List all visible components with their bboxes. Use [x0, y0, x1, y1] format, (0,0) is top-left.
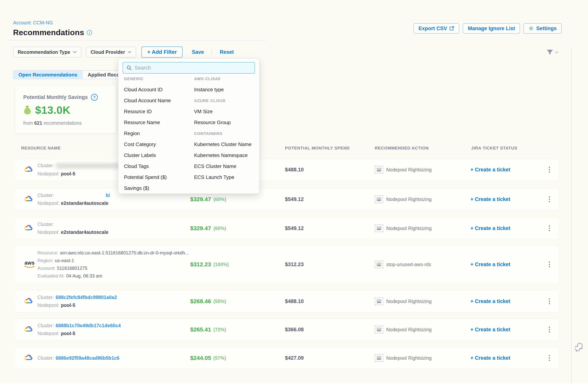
savings-money-icon	[22, 105, 32, 115]
account-label[interactable]: Account: CCM-NG	[13, 20, 53, 26]
cluster-id-link[interactable]: 6888b1c70e49db17c1de60c4	[56, 323, 121, 328]
cluster-label: Cluster:	[38, 163, 54, 168]
filter-option-savings[interactable]: Savings ($)	[123, 183, 192, 194]
savings-card: Potential Monthly Savings ? $13.0K from …	[15, 85, 116, 134]
kebab-menu[interactable]	[547, 165, 552, 174]
filter-option-ecs-launch-type[interactable]: ECS Launch Type	[193, 172, 257, 183]
table-row: Cluster:6886e92f59a48cad86b5b1c6 $244.05…	[15, 347, 559, 369]
kebab-menu[interactable]	[547, 325, 552, 334]
create-ticket-link[interactable]: + Create a ticket	[470, 246, 510, 283]
savings-percent: (57%)	[213, 355, 226, 361]
nodepool-label: Nodepool:	[38, 230, 60, 235]
savings-value: $312.23	[190, 261, 211, 268]
filter-option-resource-name[interactable]: Resource Name	[123, 117, 192, 128]
table-row: aws Resource:arn:aws:rds:us-east-1:51161…	[15, 246, 559, 283]
account-label: Account:	[38, 266, 55, 271]
action-label: Nodepool Rightsizing	[386, 355, 432, 361]
action-label: Nodepool Rightsizing	[386, 226, 432, 231]
gcp-icon	[24, 354, 33, 362]
table-row: Cluster: Nodepool:pool-5 $488.10 Nodepoo…	[15, 159, 559, 180]
search-input[interactable]	[134, 65, 251, 71]
nodepool-value: pool-5	[61, 302, 75, 308]
cluster-label: Cluster:	[38, 222, 54, 227]
filter-option-resource-id[interactable]: Resource ID	[123, 106, 192, 117]
filter-option-cloud-account-name[interactable]: Cloud Account Name	[123, 95, 192, 106]
table-row: Cluster:bi Nodepool:e2standar4autoscale …	[15, 188, 559, 210]
manage-ignore-list-button[interactable]: Manage Ignore List	[463, 23, 520, 34]
filter-option-ecs-cluster-name[interactable]: ECS Cluster Name	[193, 161, 257, 172]
broken-image-icon	[375, 298, 383, 305]
add-filter-button[interactable]: + Add Filter	[142, 46, 182, 58]
reset-filter-button[interactable]: Reset	[220, 49, 234, 55]
filter-option-potential-spend[interactable]: Potential Spend ($)	[123, 172, 192, 183]
filter-option-cloud-tags[interactable]: Cloud Tags	[123, 161, 192, 172]
column-header-jira-ticket-status: JIRA TICKET STATUS	[471, 146, 517, 151]
nodepool-label: Nodepool:	[38, 331, 60, 336]
broken-image-icon	[375, 354, 383, 362]
kebab-menu[interactable]	[547, 260, 552, 269]
filter-option-resource-group[interactable]: Resource Group	[193, 117, 257, 128]
spend-value: $549.12	[285, 218, 304, 239]
create-ticket-link[interactable]: + Create a ticket	[470, 319, 510, 340]
savings-subtitle-suffix: recommendations	[44, 120, 82, 126]
kebab-menu[interactable]	[547, 353, 552, 363]
column-header-potential-monthly-spend: POTENTIAL MONTHLY SPEND	[285, 146, 350, 151]
cluster-label: Cluster:	[38, 192, 54, 198]
savings-value: $268.46	[190, 298, 211, 304]
action-label: stop-unused-aws-rds	[386, 262, 431, 267]
create-ticket-link[interactable]: + Create a ticket	[470, 347, 510, 369]
table-row: Cluster:688c2fefc84fbdc99801a0a2 Nodepoo…	[15, 290, 559, 312]
nodepool-label: Nodepool:	[38, 302, 60, 308]
filter-panel-toggle[interactable]	[546, 49, 558, 56]
savings-percent: (100%)	[213, 262, 229, 267]
region-value: us-east-1	[55, 258, 74, 263]
bottom-strip	[0, 383, 588, 392]
spend-value: $488.10	[285, 290, 304, 312]
page-title: Recommendations	[13, 28, 84, 37]
chevron-down-icon	[73, 51, 77, 53]
filter-option-cluster-labels[interactable]: Cluster Labels	[123, 150, 192, 161]
chat-support-icon[interactable]	[575, 342, 585, 353]
filter-option-region[interactable]: Region	[123, 128, 192, 139]
redacted-cluster-name	[56, 163, 124, 169]
spend-value: $488.10	[285, 159, 304, 180]
table-header: RESOURCE NAME POTENTIAL MONTHLY SPEND RE…	[15, 142, 559, 154]
account-value: 511616801275	[57, 266, 87, 271]
tab-open-recommendations[interactable]: Open Recommendations	[14, 71, 83, 79]
export-csv-button[interactable]: Export CSV	[414, 23, 460, 34]
cluster-id-link[interactable]: 688c2fefc84fbdc99801a0a2	[56, 294, 117, 300]
create-ticket-link[interactable]: + Create a ticket	[470, 218, 510, 239]
cluster-id-link[interactable]: 6886e92f59a48cad86b5b1c6	[56, 355, 119, 361]
cloud-provider-filter[interactable]: Cloud Provider	[86, 47, 136, 58]
cluster-id-fragment: bi	[106, 192, 110, 198]
settings-button[interactable]: Settings	[524, 23, 562, 34]
filter-option-cloud-account-id[interactable]: Cloud Account ID	[123, 84, 192, 95]
filter-option-kubernetes-cluster-name[interactable]: Kubernetes Cluster Name	[193, 139, 257, 150]
filter-funnel-icon	[546, 49, 554, 56]
savings-value: $329.47	[190, 225, 211, 232]
kebab-menu[interactable]	[547, 194, 552, 204]
filter-option-cost-category[interactable]: Cost Category	[123, 139, 192, 150]
filter-section-aws-cloud: AWS CLOUD	[193, 73, 257, 84]
savings-subtitle-prefix: from	[23, 120, 33, 126]
search-icon	[126, 65, 132, 70]
save-filter-button[interactable]: Save	[192, 49, 204, 55]
filter-option-instance-type[interactable]: Instance type	[193, 84, 257, 95]
filter-option-kubernetes-namespace[interactable]: Kubernetes Namespace	[193, 150, 257, 161]
create-ticket-link[interactable]: + Create a ticket	[470, 188, 510, 210]
spend-value: $549.12	[285, 188, 304, 210]
kebab-menu[interactable]	[547, 224, 552, 233]
create-ticket-link[interactable]: + Create a ticket	[470, 159, 510, 180]
create-ticket-link[interactable]: + Create a ticket	[470, 290, 510, 312]
region-label: Region:	[38, 258, 54, 263]
filter-option-vm-size[interactable]: VM Size	[193, 106, 257, 117]
info-icon[interactable]: i	[87, 30, 92, 35]
help-icon[interactable]: ?	[91, 94, 98, 101]
recommendation-type-filter[interactable]: Recommendation Type	[13, 47, 81, 58]
resource-arn: arn:aws:rds:us-east-1:511616801275:db:zn…	[60, 250, 189, 256]
kebab-menu[interactable]	[547, 296, 552, 306]
nodepool-value: pool-5	[61, 171, 75, 176]
action-label: Nodepool Rightsizing	[386, 298, 432, 304]
nodepool-value: e2standar4autoscale	[61, 230, 108, 235]
action-label: Nodepool Rightsizing	[386, 327, 432, 332]
